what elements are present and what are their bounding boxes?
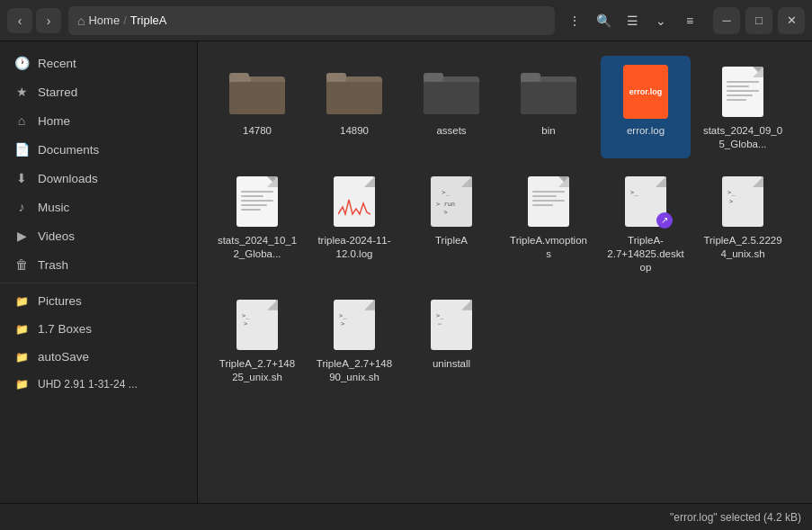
sidebar-label-uhd: UHD 2.91 1-31-24 ... [38, 378, 138, 391]
folder-icon [423, 63, 480, 121]
sidebar-item-pictures[interactable]: 📁 Pictures [0, 287, 197, 315]
svg-rect-8 [424, 73, 443, 82]
file-name: bin [541, 124, 555, 138]
maximize-button[interactable]: □ [745, 7, 772, 34]
document-icon [228, 173, 286, 230]
list-item[interactable]: >_ > run > TripleA [406, 166, 496, 282]
list-item[interactable]: >_ ↗ TripleA-2.7+14825.desktop [601, 166, 691, 282]
videos-icon: ▶ [14, 229, 29, 243]
path-home[interactable]: Home [88, 13, 120, 27]
autosave-icon: 📁 [14, 351, 29, 364]
view-button[interactable]: ☰ [620, 8, 645, 33]
list-item[interactable]: stats_2024_10_12_Globa... [212, 166, 302, 282]
file-name: stats_2024_10_12_Globa... [217, 234, 298, 261]
file-name: TripleA [435, 234, 468, 247]
recent-icon: 🕐 [14, 56, 29, 70]
list-item[interactable]: TripleA.vmoptions [504, 166, 593, 282]
file-name: TripleA_2.7+14825_unix.sh [217, 357, 298, 384]
list-item[interactable]: >_ > TripleA_2.7+14825_unix.sh [212, 289, 302, 391]
toolbar-actions: ⋮ 🔍 ☰ ⌄ ≡ [562, 8, 702, 33]
file-name: uninstall [433, 357, 470, 371]
sidebar-item-downloads[interactable]: ⬇ Downloads [0, 164, 197, 193]
sidebar-item-autosave[interactable]: 📁 autoSave [0, 343, 197, 371]
home-icon: ⌂ [77, 13, 85, 28]
sidebar-item-videos[interactable]: ▶ Videos [0, 221, 197, 250]
file-name: 14780 [243, 124, 272, 138]
svg-rect-5 [326, 73, 346, 82]
folder-icon [228, 63, 286, 121]
more-options-button[interactable]: ⋮ [562, 8, 587, 33]
file-name: TripleA_2.5.22294_unix.sh [702, 234, 783, 261]
path-separator: / [123, 13, 127, 27]
menu-button[interactable]: ≡ [677, 8, 702, 33]
folder-icon [326, 63, 383, 121]
nav-buttons: ‹ › [7, 8, 61, 33]
search-button[interactable]: 🔍 [591, 8, 616, 33]
list-item[interactable]: >_ > TripleA_2.5.22294_unix.sh [698, 166, 788, 282]
downloads-icon: ⬇ [14, 171, 29, 185]
sidebar-label-pictures: Pictures [38, 294, 82, 308]
file-name: assets [436, 124, 466, 138]
document-icon [520, 173, 577, 230]
forward-button[interactable]: › [36, 8, 61, 33]
sidebar-item-starred[interactable]: ★ Starred [0, 77, 197, 106]
close-button[interactable]: ✕ [778, 7, 805, 34]
sidebar-label-documents: Documents [38, 143, 99, 157]
list-item[interactable]: 14890 [309, 56, 399, 158]
sidebar-item-uhd[interactable]: 📁 UHD 2.91 1-31-24 ... [0, 371, 197, 398]
svg-rect-12 [521, 82, 576, 114]
sidebar: 🕐 Recent ★ Starred ⌂ Home 📄 Documents ⬇ … [0, 41, 198, 503]
path-current-folder: TripleA [130, 13, 167, 27]
emblem-icon: ↗ [656, 212, 673, 229]
trash-icon: 🗑 [14, 257, 29, 272]
breadcrumb[interactable]: ⌂ Home / TripleA [68, 6, 555, 35]
list-item[interactable]: error.log error.log [601, 56, 691, 158]
back-button[interactable]: ‹ [7, 8, 32, 33]
file-name: 14890 [340, 124, 369, 138]
sidebar-label-home: Home [38, 114, 70, 128]
file-name: TripleA.vmoptions [508, 234, 589, 261]
minimize-button[interactable]: ─ [713, 7, 740, 34]
svg-rect-6 [326, 82, 382, 114]
sidebar-item-documents[interactable]: 📄 Documents [0, 135, 197, 164]
file-grid: 14780 14890 [212, 56, 798, 391]
terminal-icon: >_ > [228, 296, 286, 354]
sidebar-item-music[interactable]: ♪ Music [0, 193, 197, 221]
file-name: stats_2024_09_05_Globa... [702, 124, 783, 151]
list-item[interactable]: 14780 [212, 56, 302, 158]
statusbar: "error.log" selected (4.2 kB) [0, 503, 812, 530]
logfile-icon [326, 173, 383, 230]
main-layout: 🕐 Recent ★ Starred ⌂ Home 📄 Documents ⬇ … [0, 41, 812, 503]
sidebar-label-videos: Videos [38, 229, 75, 243]
file-name: error.log [627, 124, 665, 138]
sidebar-item-recent[interactable]: 🕐 Recent [0, 49, 197, 77]
svg-rect-2 [229, 73, 249, 82]
sidebar-item-home[interactable]: ⌂ Home [0, 106, 197, 135]
sidebar-label-autosave: autoSave [38, 350, 89, 364]
pictures-icon: 📁 [14, 295, 29, 308]
sidebar-item-17boxes[interactable]: 📁 1.7 Boxes [0, 315, 197, 343]
terminal-icon: >_ > run > [423, 173, 480, 230]
document-icon [714, 63, 772, 121]
window-controls: ─ □ ✕ [713, 7, 805, 34]
star-icon: ★ [14, 85, 29, 99]
terminal-icon: >_ > [326, 296, 383, 354]
svg-rect-3 [229, 82, 285, 114]
errorlog-label: error.log [629, 87, 663, 96]
sidebar-label-trash: Trash [38, 258, 68, 272]
list-item[interactable]: >_ > TripleA_2.7+14890_unix.sh [309, 289, 399, 391]
sidebar-label-17boxes: 1.7 Boxes [38, 322, 92, 336]
list-item[interactable]: >_ — uninstall [406, 289, 496, 391]
status-message: "error.log" selected (4.2 kB) [670, 511, 801, 524]
list-item[interactable]: assets [406, 56, 496, 158]
folder-icon [520, 63, 577, 121]
sidebar-item-trash[interactable]: 🗑 Trash [0, 250, 197, 279]
sidebar-label-starred: Starred [38, 85, 77, 99]
view-toggle-button[interactable]: ⌄ [648, 8, 674, 33]
svg-rect-11 [521, 73, 540, 82]
list-item[interactable]: stats_2024_09_05_Globa... [698, 56, 788, 158]
list-item[interactable]: triplea-2024-11-12.0.log [309, 166, 399, 282]
svg-rect-9 [424, 82, 479, 114]
desktop-file-icon: >_ ↗ [617, 173, 674, 230]
list-item[interactable]: bin [504, 56, 593, 158]
